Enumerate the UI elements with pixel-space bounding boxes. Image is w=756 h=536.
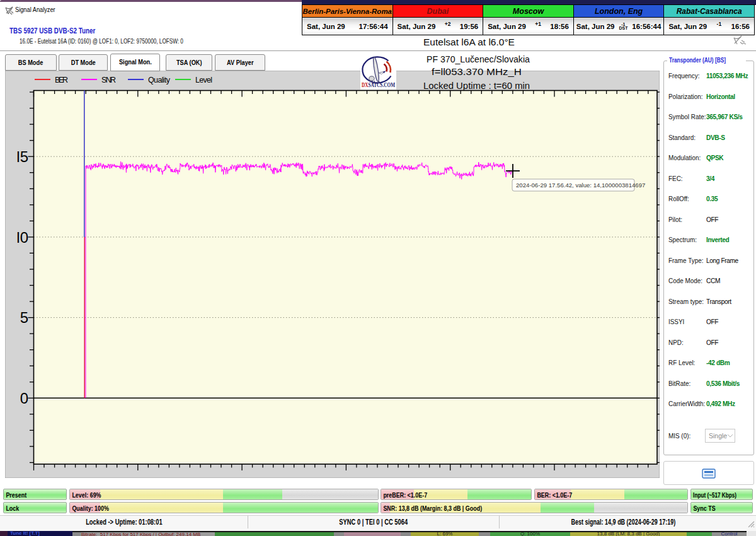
svg-text:l5: l5: [16, 148, 28, 165]
svg-text:SNR: SNR: [101, 76, 116, 84]
svg-text:DXSATCS.COM: DXSATCS.COM: [362, 82, 395, 88]
svg-text:2024-06-29 17.56.42, value: 14: 2024-06-29 17.56.42, value: 14,100000381…: [516, 182, 645, 189]
svg-text:BER: BER: [55, 76, 68, 84]
svg-text:l0: l0: [16, 229, 28, 246]
svg-text:0: 0: [20, 390, 28, 407]
svg-text:Level: Level: [195, 76, 212, 84]
svg-text:Quality: Quality: [148, 76, 171, 84]
svg-text:5: 5: [20, 309, 28, 326]
